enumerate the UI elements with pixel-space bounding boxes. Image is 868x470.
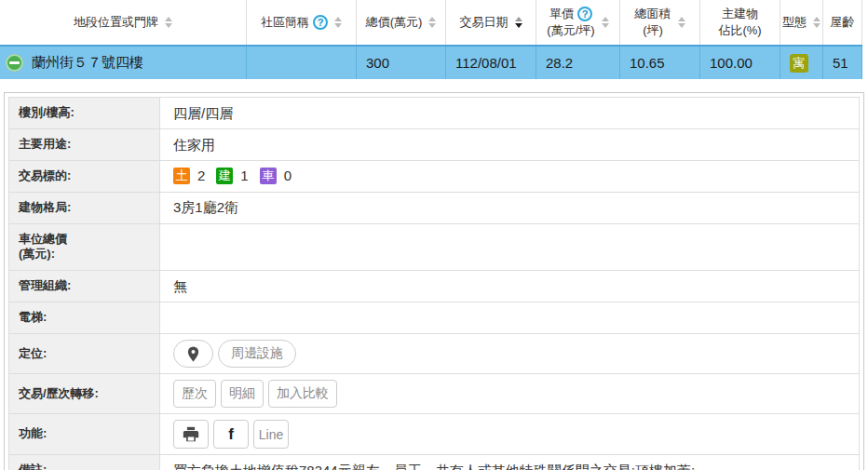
row-area: 10.65 — [620, 47, 700, 79]
col-label-unit-price: 單價 — [549, 6, 574, 22]
detail-label-parking-price: 車位總價 (萬元): — [9, 223, 160, 271]
detail-row-management: 管理組織: 無 — [9, 271, 860, 302]
row-date: 112/08/01 — [446, 47, 536, 79]
map-pin-button[interactable] — [173, 340, 213, 368]
detail-value-usage: 住家用 — [160, 128, 860, 160]
detail-row-functions: 功能: f Line — [9, 414, 860, 455]
add-to-compare-button[interactable]: 加入比較 — [268, 380, 337, 408]
detail-value-management: 無 — [160, 271, 860, 302]
detail-row-usage: 主要用途: 住家用 — [9, 128, 860, 160]
nearby-facilities-button[interactable]: 周邊設施 — [218, 340, 296, 368]
sort-icon-area[interactable] — [678, 17, 685, 28]
building-type-badge: 寓 — [790, 54, 808, 73]
history-button[interactable]: 歷次 — [173, 380, 216, 408]
detail-value-remark: 買方負擔土地增值稅78344元親友、員工、共有人或其他特殊關係間之交易;頂樓加蓋… — [160, 455, 860, 470]
land-badge-icon: 土 — [173, 168, 190, 184]
detail-label-remark: 備註: — [9, 455, 160, 470]
col-label-main-ratio-2: 佔比(%) — [718, 22, 761, 39]
row-total-price: 300 — [357, 47, 446, 79]
detail-value-parking-price — [160, 223, 860, 271]
parking-badge-icon: 車 — [260, 168, 277, 184]
col-header-address[interactable]: 地段位置或門牌 — [0, 0, 247, 45]
help-icon-community[interactable]: ? — [313, 15, 328, 30]
col-label-age: 屋齡 — [831, 14, 855, 31]
col-header-age: 屋齡 — [823, 0, 862, 45]
facebook-icon: f — [228, 425, 234, 444]
results-table: 地段位置或門牌 社區簡稱 ? 總價(萬元) 交易日期 單價 ? (萬元/坪) — [0, 0, 862, 79]
results-table-header: 地段位置或門牌 社區簡稱 ? 總價(萬元) 交易日期 單價 ? (萬元/坪) — [0, 0, 862, 45]
detail-label-location: 定位: — [9, 334, 160, 374]
detail-label-target: 交易標的: — [9, 160, 160, 192]
detail-row-remark: 備註: 買方負擔土地增值稅78344元親友、員工、共有人或其他特殊關係間之交易;… — [9, 455, 860, 470]
sort-icon-total-price[interactable] — [428, 17, 436, 28]
col-header-total-price[interactable]: 總價(萬元) — [357, 0, 446, 45]
col-label-type: 型態 — [782, 14, 807, 31]
col-label-total-price: 總價(萬元) — [366, 14, 423, 31]
col-header-unit-price[interactable]: 單價 ? (萬元/坪) — [536, 0, 620, 45]
detail-label-transfers: 交易/歷次轉移: — [9, 374, 160, 414]
col-label-unit-price-2: (萬元/坪) — [547, 22, 594, 39]
line-share-button[interactable]: Line — [253, 420, 289, 449]
help-icon-unit-price[interactable]: ? — [577, 7, 592, 21]
row-age: 51 — [823, 47, 862, 79]
col-header-community[interactable]: 社區簡稱 ? — [247, 0, 357, 45]
row-main-ratio: 100.00 — [700, 47, 780, 79]
col-header-type[interactable]: 型態 — [780, 0, 823, 45]
sort-icon-date-active-desc[interactable] — [515, 17, 522, 28]
col-header-date[interactable]: 交易日期 — [446, 0, 536, 45]
detail-label-management: 管理組織: — [9, 271, 160, 302]
detail-label-usage: 主要用途: — [9, 128, 160, 160]
col-header-main-ratio: 主建物 佔比(%) — [700, 0, 780, 45]
detail-value-layout: 3房1廳2衛 — [160, 192, 860, 223]
land-count: 2 — [197, 167, 205, 185]
detail-row-layout: 建物格局: 3房1廳2衛 — [9, 192, 860, 223]
detail-value-floor: 四層/四層 — [160, 98, 860, 129]
col-label-main-ratio: 主建物 — [718, 6, 761, 22]
col-label-community: 社區簡稱 — [261, 14, 309, 31]
detail-row-transfers: 交易/歷次轉移: 歷次 明細 加入比較 — [9, 374, 860, 414]
sort-icon-community[interactable] — [334, 17, 342, 28]
row-unit-price: 28.2 — [536, 47, 620, 79]
detail-value-elevator — [160, 302, 860, 334]
result-row-selected[interactable]: 蘭州街５７號四樓 300 112/08/01 28.2 10.65 100.00… — [0, 45, 862, 79]
detail-row-target: 交易標的: 土2 建1 車0 — [9, 160, 860, 192]
facebook-share-button[interactable]: f — [213, 420, 249, 449]
detail-label-elevator: 電梯: — [9, 302, 160, 334]
row-address: 蘭州街５７號四樓 — [32, 54, 143, 72]
col-label-area-2: (坪) — [635, 22, 671, 39]
detail-row-parking-price: 車位總價 (萬元): — [9, 223, 860, 271]
building-badge-icon: 建 — [216, 168, 233, 184]
row-community — [247, 47, 357, 79]
details-button[interactable]: 明細 — [221, 380, 264, 408]
map-pin-icon — [186, 345, 200, 363]
printer-icon — [182, 426, 200, 443]
print-button[interactable] — [173, 420, 209, 449]
detail-label-floor: 樓別/樓高: — [9, 98, 160, 129]
building-count: 1 — [240, 167, 248, 185]
sort-icon-address[interactable] — [165, 17, 172, 28]
detail-row-floor: 樓別/樓高: 四層/四層 — [9, 98, 860, 129]
collapse-row-icon[interactable] — [6, 54, 23, 72]
detail-label-layout: 建物格局: — [9, 192, 160, 223]
col-label-address: 地段位置或門牌 — [74, 14, 158, 31]
detail-panel: 樓別/樓高: 四層/四層 主要用途: 住家用 交易標的: 土2 建1 車0 建物… — [4, 92, 864, 470]
col-label-date: 交易日期 — [460, 14, 509, 31]
col-label-area: 總面積 — [635, 6, 671, 22]
sort-icon-type[interactable] — [813, 17, 821, 28]
col-header-area[interactable]: 總面積 (坪) — [620, 0, 700, 45]
sort-icon-unit-price[interactable] — [602, 17, 609, 28]
parking-count: 0 — [284, 167, 292, 185]
detail-label-functions: 功能: — [9, 414, 160, 455]
detail-row-elevator: 電梯: — [9, 302, 860, 334]
line-label: Line — [257, 427, 285, 442]
detail-row-location: 定位: 周邊設施 — [9, 334, 860, 374]
